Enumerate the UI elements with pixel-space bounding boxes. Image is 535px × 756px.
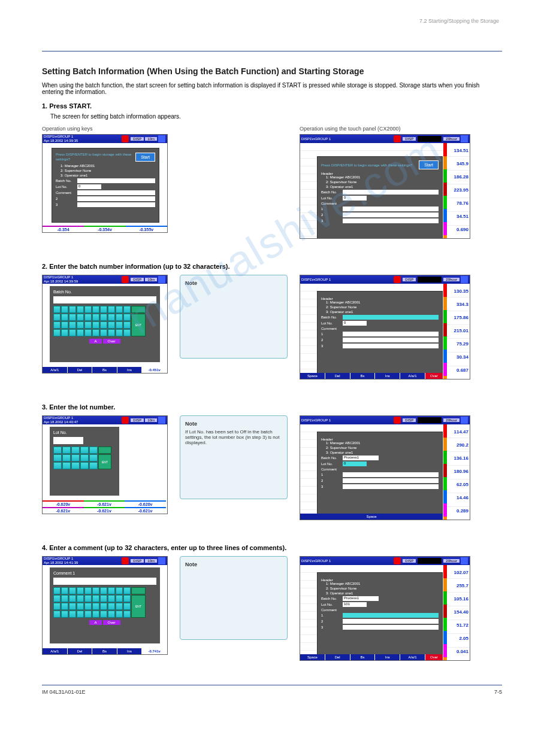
start-button[interactable]: Start (419, 160, 439, 169)
note-box: Note If Lot No. has been set to Off in t… (180, 415, 288, 499)
softkey[interactable]: A/a/1 (43, 367, 68, 373)
start-button[interactable]: Start (135, 153, 155, 162)
side-values: 102.07255.7105.16154.4051.722.050.041 (447, 565, 470, 660)
footer-values: -0.354 -0.354v -0.355v (43, 226, 167, 232)
comment1-input[interactable] (343, 207, 439, 211)
batch-dialog: Header 1: Manager ABC2001 2: Supervisor … (317, 572, 443, 661)
alarm-icon (122, 557, 129, 564)
panel-title: Lot No. (53, 430, 116, 435)
batchno-input[interactable] (77, 178, 155, 183)
panel-title: Batch No. (53, 290, 156, 294)
step2-title: 2. Enter the batch number information (u… (42, 263, 502, 270)
side-values: 134.51345.9186.28223.9578.7634.510.690 (447, 143, 470, 238)
header-2: 2: Supervisor None (61, 169, 155, 172)
mode-icon (158, 557, 165, 564)
step3-title: 3. Enter the lot number. (42, 403, 502, 411)
lotno-text-input[interactable]: 0 (53, 437, 83, 444)
lotno-input[interactable]: 0 (343, 462, 367, 466)
comment1-input[interactable] (343, 613, 439, 618)
op-label-touch: Operation using the touch panel (CX2000) (300, 126, 470, 132)
lotno-input[interactable]: 101 (343, 602, 367, 607)
lotno-input[interactable]: 0 (343, 196, 367, 201)
alarm-icon (394, 417, 401, 424)
note-body: If Lot No. has been set to Off in the ba… (185, 429, 282, 445)
comment3-input[interactable] (77, 202, 155, 207)
batchno-input[interactable]: Process1 (343, 456, 379, 460)
batchno-text-input[interactable] (53, 296, 156, 303)
ent-key[interactable]: ENT (131, 314, 146, 336)
comment-text-input[interactable] (53, 578, 156, 585)
keypad-panel: Batch No. ENT AOver (50, 286, 160, 362)
alarm-icon (122, 276, 129, 283)
screenshot-step4-right: DISP1\nGROUP 1DISP20hour Header 1: Manag… (300, 556, 470, 661)
footer-softkeys: A/a/1DelBsIns-0.741v (43, 648, 167, 654)
alarm-icon (122, 135, 129, 142)
step1-title: 1. Press START. (42, 102, 502, 110)
kp-key[interactable] (53, 306, 61, 313)
titlebar: DISP1\nGROUP 1Apr.18.2002 14:39:35 DISP … (43, 135, 167, 143)
step1-sub: The screen for setting batch information… (50, 113, 502, 120)
batch-dialog: Press DISP/ENTER to begin storage with t… (317, 156, 443, 239)
header-rule (42, 51, 502, 51)
header-3: 3: Operator one1 (61, 174, 155, 177)
toggle-over[interactable]: Over (103, 339, 120, 344)
batch-dialog: Header 1: Manager ABC2001 2: Supervisor … (317, 432, 443, 520)
header-1: 1: Manager ABC2001 (61, 164, 155, 168)
lotno-input[interactable]: 0 (343, 321, 367, 326)
arrow-key[interactable] (131, 587, 146, 594)
screenshot-step1-right: DISP1\nGROUP 1 DISP 20hour Press DISP/EN… (300, 134, 470, 239)
mode-icon (461, 557, 468, 564)
alarm-icon (394, 276, 401, 283)
side-values: 130.35334.3175.86215.0175.2930.340.687 (447, 284, 470, 379)
mode-icon (461, 276, 468, 283)
footer-left: IM 04L31A01-01E (42, 689, 86, 695)
bar-segment (418, 136, 442, 142)
arrow-key[interactable] (131, 306, 146, 313)
screenshot-step3-left: DISP1\nGROUP 1Apr.18.2002 14:40:47DISP10… (42, 415, 168, 514)
comment1-input[interactable] (77, 190, 155, 195)
screenshot-step2-left: DISP1\nGROUP 1Apr.18.2002 14:39:59DISP10… (42, 275, 168, 374)
comment2-input[interactable] (343, 212, 439, 217)
arrow-key[interactable] (98, 447, 111, 454)
step4-title: 4. Enter a comment (up to 32 characters,… (42, 544, 502, 551)
page-footer: IM 04L31A01-01E 7-5 (42, 685, 502, 695)
batch-dialog: Press DISP/ENTER to begin storage with t… (52, 148, 159, 223)
toggle-a[interactable]: A (89, 339, 101, 344)
softkey[interactable]: Space (300, 514, 443, 520)
screenshot-step3-right: DISP1\nGROUP 1DISP20hour Header 1: Manag… (300, 415, 470, 520)
disp-indicator: DISP (131, 137, 144, 141)
mode-icon (158, 135, 165, 142)
note-box: Note (180, 556, 288, 640)
batchno-input[interactable] (343, 315, 439, 320)
keypad-panel: Comment 1 ENT AOver (50, 567, 160, 643)
section-title: Setting Batch Information (When Using th… (42, 66, 502, 76)
batchno-input[interactable]: Process1 (343, 596, 379, 601)
page-header: 7.2 Starting/Stopping the Storage (419, 18, 499, 24)
op-label-keys: Operation using keys (42, 126, 168, 132)
alarm-icon (394, 135, 401, 142)
softkey[interactable]: Space (300, 373, 325, 379)
mode-icon (158, 276, 165, 283)
footer-right: 7-5 (494, 689, 502, 695)
side-values: 114.47290.2136.16180.9662.0514.460.289 (447, 424, 470, 520)
lotno-input[interactable]: 0 (77, 184, 101, 189)
mode-icon (461, 135, 468, 142)
comment3-input[interactable] (343, 218, 439, 223)
note-box: Note (180, 275, 288, 359)
keypad-panel: Lot No. 0 ENT (50, 427, 119, 496)
mode-icon (158, 417, 165, 424)
section-subtext: When using the batch function, the start… (42, 82, 502, 95)
mode-icon (461, 417, 468, 424)
dialog-prompt: Press DISP/ENTER to begin storage with t… (321, 163, 415, 168)
footer-values: -0.620v -0.621v -0.620v -0.621v -0.621v … (43, 500, 167, 514)
comment2-input[interactable] (77, 196, 155, 201)
ent-key[interactable]: ENT (131, 595, 146, 618)
batch-dialog: Header 1: Manager ABC2001 2: Supervisor … (317, 291, 443, 379)
alarm-icon (394, 557, 401, 564)
batchno-input[interactable] (343, 190, 439, 195)
note-title: Note (185, 280, 282, 286)
screenshot-step4-left: DISP1\nGROUP 1Apr.18.2002 14:41:39DISP10… (42, 556, 168, 655)
ent-key[interactable]: ENT (98, 454, 111, 469)
screenshot-step2-right: DISP1\nGROUP 1DISP20hour Header 1: Manag… (300, 275, 470, 379)
screenshot-step1-left: DISP1\nGROUP 1Apr.18.2002 14:39:35 DISP … (42, 134, 168, 233)
